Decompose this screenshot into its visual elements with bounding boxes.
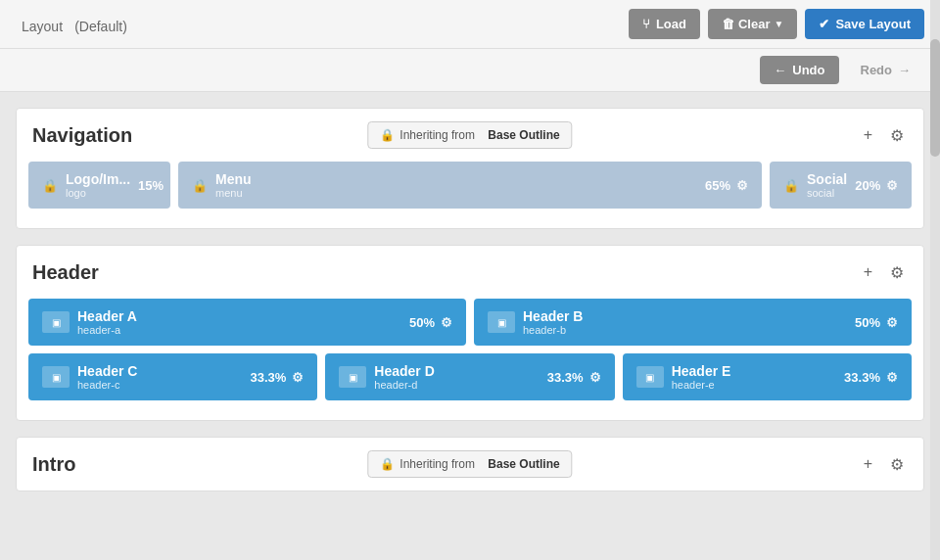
redo-button[interactable]: Redo →	[847, 56, 925, 84]
intro-add-button[interactable]: +	[860, 453, 876, 475]
header-c-pct: 33.3% ⚙	[250, 370, 304, 385]
menu-block-pct: 65% ⚙	[705, 178, 748, 193]
header-block-e[interactable]: ▣ Header E header-e 33.3% ⚙	[623, 353, 912, 400]
intro-title: Intro	[32, 453, 75, 476]
header-c-text: Header C header-c	[77, 363, 242, 391]
header-d-pct: 33.3% ⚙	[547, 370, 601, 385]
dropdown-arrow-icon: ▼	[775, 19, 784, 29]
clear-label: Clear	[738, 17, 771, 31]
lock-icon: 🔒	[783, 178, 799, 193]
social-gear-icon[interactable]: ⚙	[886, 178, 898, 193]
intro-gear-button[interactable]: ⚙	[886, 453, 908, 476]
intro-actions: + ⚙	[860, 453, 908, 476]
scrollbar-track[interactable]	[930, 0, 940, 560]
menu-gear-icon[interactable]: ⚙	[736, 178, 748, 193]
header-c-icon: ▣	[42, 366, 70, 388]
nav-block-social[interactable]: 🔒 Social social 20% ⚙	[770, 162, 912, 209]
header-section-header: Header + ⚙	[17, 246, 923, 299]
header-row-2: ▣ Header C header-c 33.3% ⚙ ▣ H	[28, 353, 912, 400]
navigation-section: Navigation 🔒 Inheriting from Base Outlin…	[16, 108, 924, 229]
header-c-gear-icon[interactable]: ⚙	[292, 370, 304, 385]
header-a-icon: ▣	[42, 311, 70, 333]
trash-icon: 🗑	[722, 17, 734, 31]
menu-block-text: Menu menu	[215, 171, 252, 199]
header-block-d[interactable]: ▣ Header D header-d 33.3% ⚙	[325, 353, 614, 400]
undo-button[interactable]: ← Undo	[760, 56, 838, 84]
intro-inherit-label: Inheriting from	[400, 457, 475, 471]
header-add-button[interactable]: +	[860, 261, 876, 283]
navigation-add-button[interactable]: +	[860, 124, 876, 146]
intro-inherit-badge: 🔒 Inheriting from Base Outline	[367, 450, 572, 478]
logo-block-pct: 15% ⚙	[138, 178, 181, 193]
clear-button[interactable]: 🗑 Clear ▼	[708, 9, 797, 39]
header-d-text: Header D header-d	[374, 363, 539, 391]
header-gear-button[interactable]: ⚙	[886, 261, 908, 284]
header-b-icon: ▣	[488, 311, 515, 333]
navigation-body: 🔒 Logo/Im... logo 15% ⚙ 🔒	[17, 162, 923, 228]
nav-block-menu[interactable]: 🔒 Menu menu 65% ⚙	[178, 162, 762, 209]
title-text: Layout	[22, 19, 63, 34]
load-button[interactable]: ⑂ Load	[629, 9, 700, 39]
subtitle-text: (Default)	[74, 19, 127, 34]
lock-icon: 🔒	[192, 178, 208, 193]
second-bar: ← Undo Redo →	[0, 49, 940, 92]
nav-block-logo[interactable]: 🔒 Logo/Im... logo 15% ⚙	[28, 162, 170, 209]
navigation-blocks-row: 🔒 Logo/Im... logo 15% ⚙ 🔒	[28, 162, 912, 209]
page-title: Layout (Default)	[16, 12, 127, 37]
arrow-left-icon: ←	[774, 63, 786, 77]
lock-icon: 🔒	[42, 178, 58, 193]
inherit-source: Base Outline	[488, 128, 559, 142]
arrow-right-icon: →	[898, 63, 911, 77]
social-block-pct: 20% ⚙	[855, 178, 898, 193]
header-body: ▣ Header A header-a 50% ⚙ ▣ Hea	[17, 299, 923, 420]
navigation-actions: + ⚙	[860, 124, 908, 147]
header-a-pct: 50% ⚙	[409, 315, 452, 330]
header-e-pct: 33.3% ⚙	[844, 370, 898, 385]
header-b-text: Header B header-b	[523, 308, 847, 336]
header-a-text: Header A header-a	[77, 308, 401, 336]
top-actions: ⑂ Load 🗑 Clear ▼ ✔ Save Layout	[629, 9, 924, 39]
header-row-1: ▣ Header A header-a 50% ⚙ ▣ Hea	[28, 299, 912, 346]
navigation-gear-button[interactable]: ⚙	[886, 124, 908, 147]
navigation-inherit-badge: 🔒 Inheriting from Base Outline	[367, 121, 572, 149]
check-icon: ✔	[819, 17, 829, 31]
social-block-text: Social social	[807, 171, 847, 199]
header-b-pct: 50% ⚙	[855, 315, 898, 330]
header-e-text: Header E header-e	[672, 363, 836, 391]
header-a-gear-icon[interactable]: ⚙	[441, 315, 452, 330]
main-content: Navigation 🔒 Inheriting from Base Outlin…	[0, 92, 940, 507]
header-d-gear-icon[interactable]: ⚙	[589, 370, 601, 385]
fork-icon: ⑂	[642, 17, 650, 31]
top-bar: Layout (Default) ⑂ Load 🗑 Clear ▼ ✔ Save…	[0, 0, 940, 49]
intro-header: Intro 🔒 Inheriting from Base Outline + ⚙	[17, 438, 923, 490]
lock-icon: 🔒	[380, 457, 395, 471]
save-layout-button[interactable]: ✔ Save Layout	[805, 9, 924, 39]
navigation-inherit-info: 🔒 Inheriting from Base Outline	[367, 121, 572, 149]
intro-inherit-info: 🔒 Inheriting from Base Outline	[367, 450, 572, 478]
header-block-b[interactable]: ▣ Header B header-b 50% ⚙	[474, 299, 912, 346]
scrollbar-thumb[interactable]	[930, 39, 940, 157]
header-block-c[interactable]: ▣ Header C header-c 33.3% ⚙	[28, 353, 317, 400]
header-actions: + ⚙	[860, 261, 908, 284]
redo-label: Redo	[861, 63, 893, 77]
load-label: Load	[656, 17, 686, 31]
header-d-icon: ▣	[339, 366, 366, 388]
header-title: Header	[32, 261, 99, 284]
header-b-gear-icon[interactable]: ⚙	[886, 315, 898, 330]
inherit-label: Inheriting from	[400, 128, 475, 142]
lock-icon: 🔒	[380, 128, 395, 142]
undo-label: Undo	[792, 63, 824, 77]
navigation-title: Navigation	[32, 124, 132, 147]
header-e-gear-icon[interactable]: ⚙	[886, 370, 898, 385]
navigation-header: Navigation 🔒 Inheriting from Base Outlin…	[17, 109, 923, 162]
header-section: Header + ⚙ ▣ Header A header-a	[16, 245, 924, 421]
intro-inherit-source: Base Outline	[488, 457, 559, 471]
logo-block-text: Logo/Im... logo	[66, 171, 130, 199]
save-label: Save Layout	[835, 17, 911, 31]
intro-section: Intro 🔒 Inheriting from Base Outline + ⚙	[16, 437, 924, 491]
header-block-a[interactable]: ▣ Header A header-a 50% ⚙	[28, 299, 466, 346]
header-e-icon: ▣	[636, 366, 664, 388]
